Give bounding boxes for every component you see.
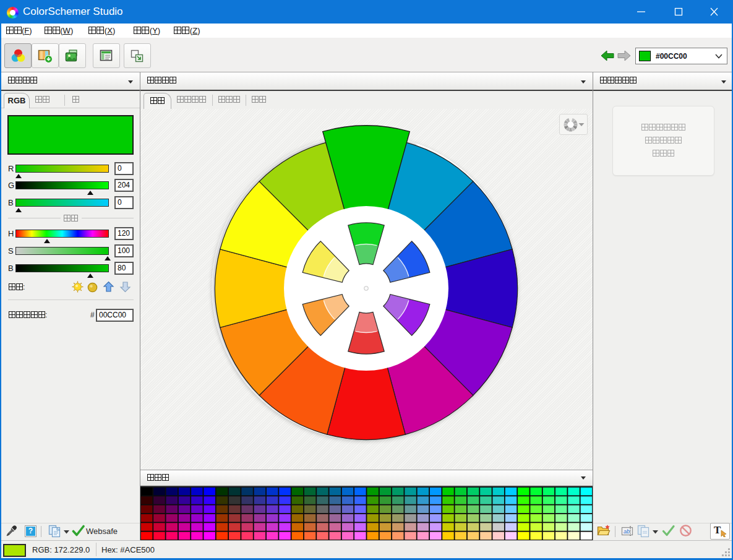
svg-text:ab: ab (624, 528, 630, 535)
